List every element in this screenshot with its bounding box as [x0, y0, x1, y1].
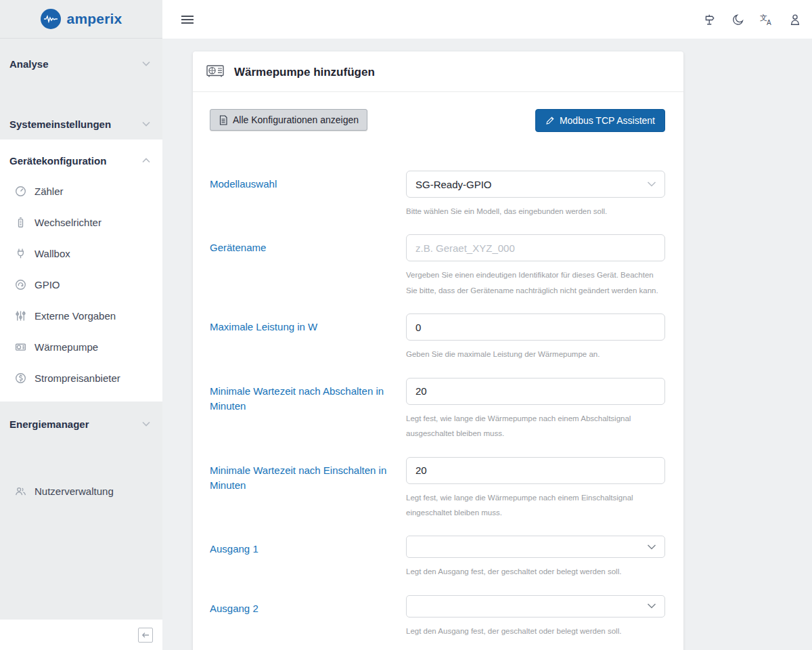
- pencil-icon: [545, 116, 555, 125]
- main-area: 文A Wärmepumpe hinzufügen: [162, 0, 812, 650]
- sidebar-item-label: Strompreisanbieter: [35, 372, 120, 384]
- sidebar-footer: [0, 620, 162, 650]
- translate-icon[interactable]: 文A: [760, 13, 773, 26]
- sidebar-item-wallbox[interactable]: Wallbox: [0, 238, 162, 269]
- sidebar-item-label: Externe Vorgaben: [35, 310, 116, 322]
- chevron-down-icon: [647, 603, 656, 609]
- app-root: amperix Analyse Systemeinstellungen Gerä…: [0, 0, 812, 650]
- field-help: Legt den Ausgang fest, der geschaltet od…: [406, 564, 665, 579]
- page-title: Wärmepumpe hinzufügen: [234, 66, 375, 79]
- field-label: Minimale Wartezeit nach Abschalten in Mi…: [210, 378, 406, 441]
- section-label: Systemeinstellungen: [9, 118, 111, 130]
- chevron-down-icon: [142, 61, 150, 66]
- sidebar-section-analyse[interactable]: Analyse: [0, 57, 162, 70]
- chevron-down-icon: [142, 421, 150, 427]
- sidebar-item-label: Wallbox: [35, 248, 70, 259]
- selected-value: SG-Ready-GPIO: [415, 179, 492, 190]
- arrow-left-icon: [141, 632, 150, 638]
- sidebar-group-geraetekonfiguration: Gerätekonfiguration Zähler Wechselrichte…: [0, 139, 162, 402]
- section-label: Energiemanager: [9, 418, 89, 430]
- field-help: Legt fest, wie lange die Wärmepumpe nach…: [406, 490, 665, 521]
- sidebar-item-waermepumpe[interactable]: Wärmepumpe: [0, 331, 162, 362]
- sidebar-item-label: Zähler: [35, 186, 64, 197]
- section-label: Analyse: [9, 58, 49, 70]
- sidebar-item-label: Nutzerverwaltung: [35, 485, 114, 497]
- config-form: Modellauswahl SG-Ready-GPIO Bitte wählen…: [210, 171, 665, 638]
- svg-text:A: A: [767, 18, 771, 25]
- content: Wärmepumpe hinzufügen Alle Konfiguration…: [162, 39, 812, 650]
- button-row: Alle Konfigurationen anzeigen Modbus TCP…: [210, 109, 665, 132]
- show-all-configs-button[interactable]: Alle Konfigurationen anzeigen: [210, 109, 367, 131]
- meter-icon: [15, 186, 26, 197]
- brand-name: amperix: [67, 11, 122, 27]
- geraetename-input[interactable]: [406, 234, 665, 261]
- field-help: Geben Sie die maximale Leistung der Wärm…: [406, 347, 665, 362]
- sidebar-item-wechselrichter[interactable]: Wechselrichter: [0, 207, 162, 238]
- device-nav-list: Zähler Wechselrichter Wallbox: [0, 175, 162, 393]
- sidebar-item-zaehler[interactable]: Zähler: [0, 175, 162, 207]
- maximale-leistung-input[interactable]: [406, 313, 665, 341]
- heatpump-icon: [15, 341, 26, 353]
- form-row-wartezeit-abschalten: Minimale Wartezeit nach Abschalten in Mi…: [210, 378, 665, 441]
- gpio-icon: [15, 279, 26, 290]
- wartezeit-abschalten-input[interactable]: [406, 378, 665, 405]
- chevron-up-icon: [142, 158, 150, 163]
- button-label: Alle Konfigurationen anzeigen: [233, 114, 359, 125]
- wartezeit-einschalten-input[interactable]: [406, 457, 665, 484]
- field-help: Legt den Ausgang fest, der geschaltet od…: [406, 624, 665, 638]
- form-row-maximale-leistung: Maximale Leistung in W Geben Sie die max…: [210, 313, 665, 362]
- section-label: Gerätekonfiguration: [9, 155, 106, 167]
- menu-toggle-icon[interactable]: [181, 14, 194, 26]
- topbar: 文A: [162, 0, 812, 39]
- sidebar-item-strompreisanbieter[interactable]: Strompreisanbieter: [0, 362, 162, 393]
- field-label: Maximale Leistung in W: [210, 313, 406, 362]
- sidebar-section-systemeinstellungen[interactable]: Systemeinstellungen: [0, 117, 162, 131]
- form-row-ausgang-2: Ausgang 2 Legt den Ausgang fest, der ges…: [210, 595, 665, 638]
- sidebar-item-label: GPIO: [35, 279, 60, 290]
- document-icon: [219, 115, 228, 125]
- field-label: Gerätename: [210, 234, 406, 298]
- sidebar-item-label: Wechselrichter: [35, 217, 102, 228]
- amperix-wave-icon: [41, 9, 61, 29]
- chevron-down-icon: [142, 121, 150, 127]
- inverter-icon: [15, 217, 26, 228]
- plug-icon: [15, 248, 26, 259]
- ausgang-2-select[interactable]: [406, 595, 665, 618]
- form-row-geraetename: Gerätename Vergeben Sie einen eindeutige…: [210, 234, 665, 298]
- heatpump-unit-icon: [206, 64, 224, 81]
- form-row-ausgang-1: Ausgang 1 Legt den Ausgang fest, der ges…: [210, 536, 665, 579]
- form-row-modellauswahl: Modellauswahl SG-Ready-GPIO Bitte wählen…: [210, 171, 665, 219]
- modbus-tcp-assistant-button[interactable]: Modbus TCP Assistent: [535, 109, 665, 132]
- field-help: Bitte wählen Sie ein Modell, das eingebu…: [406, 204, 665, 219]
- user-icon[interactable]: [788, 13, 802, 26]
- sidebar-section-energiemanager[interactable]: Energiemanager: [0, 417, 162, 431]
- brand-logo[interactable]: amperix: [0, 0, 162, 39]
- field-label: Modellauswahl: [210, 171, 406, 219]
- ausgang-1-select[interactable]: [406, 536, 665, 558]
- form-row-wartezeit-einschalten: Minimale Wartezeit nach Einschalten in M…: [210, 457, 665, 521]
- field-label: Ausgang 1: [210, 536, 406, 579]
- signpost-icon[interactable]: [703, 13, 717, 26]
- waermepumpe-card: Wärmepumpe hinzufügen Alle Konfiguration…: [193, 51, 683, 650]
- sidebar-item-gpio[interactable]: GPIO: [0, 269, 162, 300]
- field-label: Minimale Wartezeit nach Einschalten in M…: [210, 457, 406, 521]
- sidebar: amperix Analyse Systemeinstellungen Gerä…: [0, 0, 162, 650]
- collapse-sidebar-button[interactable]: [138, 628, 153, 643]
- sidebar-section-geraetekonfiguration[interactable]: Gerätekonfiguration: [0, 154, 162, 167]
- card-header: Wärmepumpe hinzufügen: [193, 51, 683, 92]
- field-help: Vergeben Sie einen eindeutigen Identifik…: [406, 267, 665, 298]
- coin-icon: [15, 372, 26, 384]
- sidebar-item-externe-vorgaben[interactable]: Externe Vorgaben: [0, 300, 162, 331]
- users-icon: [15, 485, 26, 497]
- chevron-down-icon: [647, 544, 656, 550]
- field-help: Legt fest, wie lange die Wärmepumpe nach…: [406, 411, 665, 441]
- field-label: Ausgang 2: [210, 595, 406, 638]
- card-body: Alle Konfigurationen anzeigen Modbus TCP…: [193, 92, 683, 650]
- modellauswahl-select[interactable]: SG-Ready-GPIO: [406, 171, 665, 198]
- topbar-actions: 文A: [703, 13, 802, 26]
- moon-icon[interactable]: [731, 13, 745, 26]
- sidebar-item-nutzerverwaltung[interactable]: Nutzerverwaltung: [0, 475, 162, 506]
- sidebar-item-label: Wärmepumpe: [35, 341, 98, 353]
- chevron-down-icon: [647, 181, 656, 188]
- sliders-icon: [15, 310, 26, 322]
